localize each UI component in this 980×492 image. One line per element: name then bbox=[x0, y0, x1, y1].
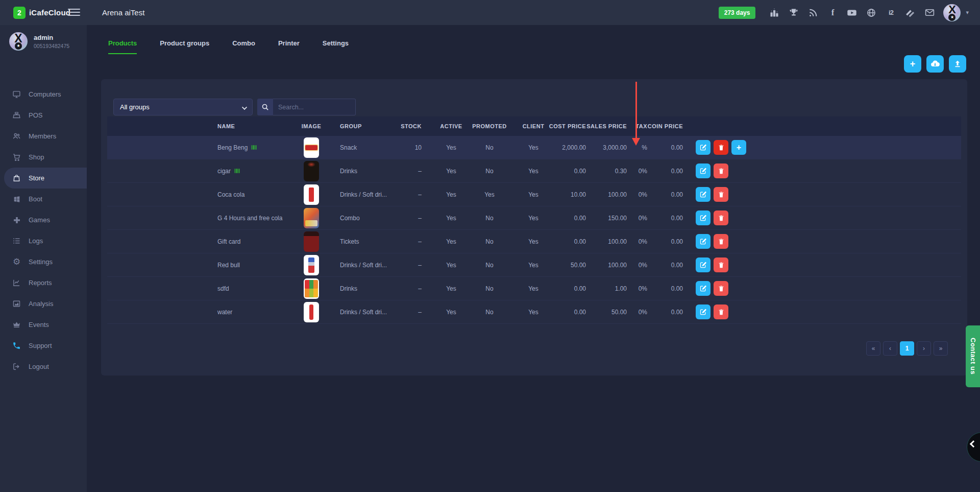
shopping-bag-icon bbox=[12, 174, 21, 182]
column-header-active[interactable]: ACTIVE bbox=[433, 116, 470, 136]
sidebar-user[interactable]: X ★ admin 005193482475 bbox=[9, 32, 69, 51]
delete-button[interactable] bbox=[714, 257, 728, 272]
product-image[interactable] bbox=[304, 161, 319, 181]
table-row[interactable]: water Drinks / Soft dri... – Yes No Yes … bbox=[107, 300, 961, 324]
coin-price-cell: 0.00 bbox=[647, 277, 683, 300]
pagination-first[interactable]: « bbox=[866, 341, 880, 356]
sidebar-item-boot[interactable]: Boot bbox=[0, 189, 87, 209]
delete-button[interactable] bbox=[714, 140, 728, 155]
user-menu-chevron-down-icon[interactable]: ▾ bbox=[966, 9, 969, 16]
facebook-icon[interactable]: f bbox=[827, 7, 838, 18]
sidebar-item-settings[interactable]: ⚙ Settings bbox=[0, 251, 87, 272]
delete-button[interactable] bbox=[714, 187, 728, 202]
pagination-next[interactable]: › bbox=[917, 341, 931, 356]
edit-button[interactable] bbox=[696, 257, 710, 272]
cloud-import-button[interactable] bbox=[926, 55, 944, 73]
sidebar-item-games[interactable]: Games bbox=[0, 209, 87, 230]
tab-products[interactable]: Products bbox=[108, 35, 137, 54]
sidebar-item-store[interactable]: Store bbox=[4, 168, 87, 189]
column-header-cost-price[interactable]: COST PRICE bbox=[544, 116, 586, 136]
delete-button[interactable] bbox=[714, 281, 728, 296]
sidebar-item-shop[interactable]: Shop bbox=[0, 147, 87, 168]
pagination-page-1[interactable]: 1 bbox=[900, 341, 914, 356]
tab-product-groups[interactable]: Product groups bbox=[160, 35, 209, 54]
table-row[interactable]: Gift card Tickets – Yes No Yes 0.00 100.… bbox=[107, 230, 961, 253]
add-product-button[interactable]: + bbox=[904, 55, 921, 73]
pagination-prev[interactable]: ‹ bbox=[883, 341, 897, 356]
mail-icon[interactable] bbox=[924, 7, 935, 18]
delete-button[interactable] bbox=[714, 163, 728, 178]
product-image[interactable] bbox=[304, 184, 319, 205]
hamburger-menu-icon[interactable] bbox=[68, 7, 80, 17]
search-input[interactable] bbox=[273, 99, 356, 115]
product-image[interactable] bbox=[304, 302, 319, 322]
row-actions bbox=[696, 230, 828, 253]
sidebar-item-analysis[interactable]: Analysis bbox=[0, 293, 87, 314]
table-row[interactable]: cigar Drinks – Yes No Yes 0.00 0.30 0% 0… bbox=[107, 159, 961, 183]
add-variant-button[interactable]: + bbox=[731, 140, 746, 155]
edit-button[interactable] bbox=[696, 304, 710, 319]
globe-icon[interactable] bbox=[866, 7, 877, 18]
edit-button[interactable] bbox=[696, 140, 710, 155]
column-header-image[interactable]: IMAGE bbox=[300, 116, 323, 136]
facebook-glyph: f bbox=[831, 8, 835, 18]
delete-button[interactable] bbox=[714, 304, 728, 319]
edit-button[interactable] bbox=[696, 163, 710, 178]
contact-us-button[interactable]: Contact us bbox=[966, 325, 980, 387]
product-image[interactable] bbox=[304, 137, 319, 158]
table-row[interactable]: Coca cola Drinks / Soft dri... – Yes Yes… bbox=[107, 183, 961, 206]
active-cell: Yes bbox=[433, 183, 470, 206]
sidebar-item-pos[interactable]: POS bbox=[0, 105, 87, 126]
product-image[interactable] bbox=[304, 208, 319, 228]
themes-icon[interactable] bbox=[904, 7, 916, 18]
sidebar-item-computers[interactable]: Computers bbox=[0, 84, 87, 105]
search-icon[interactable] bbox=[257, 99, 273, 115]
delete-button[interactable] bbox=[714, 210, 728, 225]
license-days-badge[interactable]: 273 days bbox=[719, 7, 756, 19]
table-row[interactable]: G 4 Hours and free cola Combo – Yes No Y… bbox=[107, 206, 961, 230]
product-image[interactable] bbox=[304, 231, 319, 252]
tab-combo[interactable]: Combo bbox=[232, 35, 255, 54]
edit-icon bbox=[699, 285, 707, 292]
column-header-coin-price[interactable]: COIN PRICE bbox=[647, 116, 683, 136]
product-image[interactable] bbox=[304, 278, 319, 299]
delete-button[interactable] bbox=[714, 234, 728, 249]
tab-settings[interactable]: Settings bbox=[323, 35, 349, 54]
promoted-cell: No bbox=[470, 206, 509, 229]
sidebar-item-logout[interactable]: Logout bbox=[0, 356, 87, 377]
edit-button[interactable] bbox=[696, 210, 710, 225]
sales-price-cell: 3,000.00 bbox=[586, 136, 627, 159]
sidebar-item-events[interactable]: Events bbox=[0, 314, 87, 335]
rss-icon[interactable] bbox=[807, 7, 819, 18]
column-header-name[interactable]: NAME bbox=[217, 116, 294, 136]
crown-icon bbox=[12, 320, 21, 329]
pagination-last[interactable]: » bbox=[934, 341, 948, 356]
sidebar-item-support[interactable]: Support bbox=[0, 335, 87, 356]
edit-button[interactable] bbox=[696, 234, 710, 249]
group-filter-select[interactable]: All groups bbox=[113, 99, 253, 115]
column-header-tax[interactable]: TAX bbox=[629, 116, 647, 136]
icafe-icon[interactable]: i2 bbox=[885, 7, 896, 18]
table-row[interactable]: Beng Beng Snack 10 Yes No Yes 2,000.00 3… bbox=[107, 136, 961, 159]
sidebar-item-members[interactable]: Members bbox=[0, 126, 87, 147]
column-header-stock[interactable]: STOCK bbox=[377, 116, 422, 136]
row-actions bbox=[696, 183, 828, 206]
column-header-sales-price[interactable]: SALES PRICE bbox=[586, 116, 627, 136]
column-header-promoted[interactable]: PROMOTED bbox=[470, 116, 509, 136]
table-row[interactable]: sdfd Drinks – Yes No Yes 0.00 1.00 0% 0.… bbox=[107, 277, 961, 300]
edit-button[interactable] bbox=[696, 281, 710, 296]
table-row[interactable]: Red bull Drinks / Soft dri... – Yes No Y… bbox=[107, 253, 961, 277]
youtube-icon[interactable] bbox=[846, 7, 857, 18]
sidebar-item-logs[interactable]: Logs bbox=[0, 230, 87, 251]
export-button[interactable] bbox=[949, 55, 966, 73]
edit-icon bbox=[699, 214, 707, 222]
sidebar-item-reports[interactable]: Reports bbox=[0, 272, 87, 293]
trophy-icon[interactable] bbox=[788, 7, 799, 18]
tab-printer[interactable]: Printer bbox=[278, 35, 300, 54]
row-actions bbox=[696, 253, 828, 276]
product-image[interactable] bbox=[304, 255, 319, 275]
user-avatar[interactable]: X ★ bbox=[943, 4, 961, 21]
ranking-icon[interactable] bbox=[769, 7, 780, 18]
edit-button[interactable] bbox=[696, 187, 710, 202]
cost-price-cell: 0.00 bbox=[544, 206, 586, 229]
